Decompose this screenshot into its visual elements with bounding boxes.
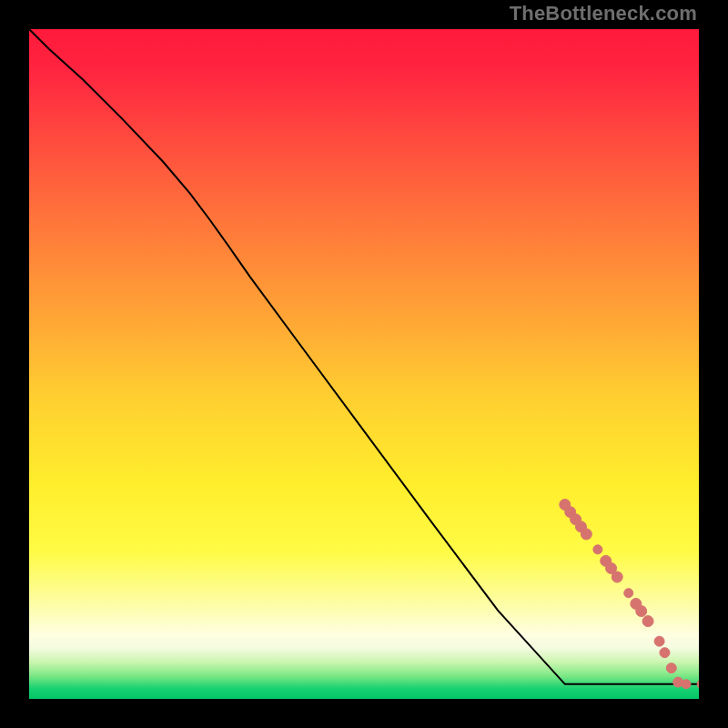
chart-frame: TheBottleneck.com (0, 0, 728, 728)
scatter-dot (612, 571, 622, 582)
scatter-dot (697, 679, 699, 689)
scatter-dot (624, 589, 633, 598)
scatter-dot (682, 680, 691, 689)
scatter-dot (593, 545, 602, 554)
plot-area (29, 29, 699, 699)
scatter-dot (660, 648, 670, 658)
scatter-dots (560, 500, 699, 690)
watermark-text: TheBottleneck.com (510, 2, 697, 25)
scatter-dot (581, 529, 592, 540)
scatter-dot (654, 636, 664, 646)
scatter-dot (666, 663, 676, 673)
chart-overlay (29, 29, 699, 699)
scatter-dot (636, 606, 647, 617)
curve-line (29, 29, 699, 684)
scatter-dot (642, 616, 653, 627)
